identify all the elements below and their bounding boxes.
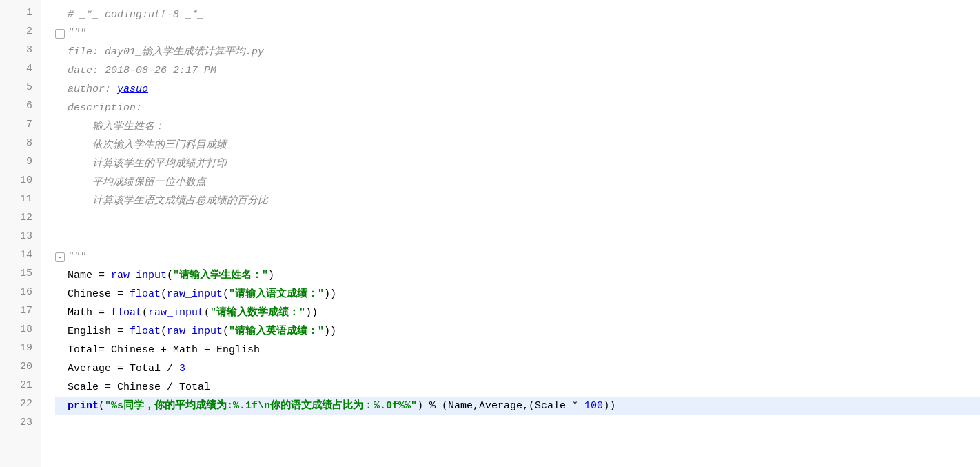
normal-token: )): [603, 397, 615, 415]
string-token: "%s同学，你的平均成绩为:%.1f\n你的语文成绩占比为：%.0f%%": [105, 397, 417, 415]
normal-token: )): [324, 285, 336, 304]
code-line: Average = Total / 3: [55, 359, 980, 378]
line-number: 1: [0, 6, 41, 24]
function-token: float: [111, 304, 142, 322]
line-number: 2: [0, 24, 41, 43]
normal-token: (: [223, 285, 229, 304]
normal-token: Scale = Chinese / Total: [68, 378, 210, 397]
normal-token: )): [324, 322, 336, 341]
line-number: 18: [0, 322, 41, 341]
line-number: 12: [0, 210, 41, 229]
line-number: 4: [0, 61, 41, 80]
code-line: 输入学生姓名：: [55, 117, 980, 136]
code-line: Chinese = float(raw_input("请输入语文成绩：")): [55, 285, 980, 304]
code-area[interactable]: # _*_ coding:utf-8 _*_-"""file: day01_输入…: [41, 0, 980, 467]
comment-token: date: 2018-08-26 2:17 PM: [68, 61, 216, 80]
code-line: # _*_ coding:utf-8 _*_: [55, 6, 980, 24]
normal-token: (: [99, 397, 105, 415]
string-token: "请输入数学成绩：": [210, 304, 305, 322]
code-line: [55, 229, 980, 248]
code-line: 平均成绩保留一位小数点: [55, 173, 980, 192]
code-line: [55, 415, 980, 434]
string-token: "请输入英语成绩：": [229, 322, 324, 341]
string-token: "请输入学生姓名：": [173, 266, 268, 285]
comment-token: """: [68, 24, 86, 43]
code-line: file: day01_输入学生成绩计算平均.py: [55, 43, 980, 61]
function-token: raw_input: [148, 304, 204, 322]
normal-token: Chinese =: [68, 285, 130, 304]
code-line: 计算该学生的平均成绩并打印: [55, 155, 980, 173]
line-number: 16: [0, 285, 41, 304]
number-token: 3: [179, 359, 185, 378]
comment-token: 计算该学生语文成绩占总成绩的百分比: [68, 192, 268, 210]
comment-token: file: day01_输入学生成绩计算平均.py: [68, 43, 264, 61]
print-token: print: [68, 397, 99, 415]
fold-indicator[interactable]: -: [55, 252, 65, 262]
comment-token: author:: [68, 80, 117, 99]
code-line: English = float(raw_input("请输入英语成绩：")): [55, 322, 980, 341]
line-number: 8: [0, 136, 41, 155]
line-number: 7: [0, 117, 41, 136]
comment-token: description:: [68, 99, 142, 117]
function-token: raw_input: [167, 322, 223, 341]
code-line: description:: [55, 99, 980, 117]
normal-token: Name =: [68, 266, 111, 285]
line-number: 13: [0, 229, 41, 248]
normal-token: English =: [68, 322, 130, 341]
line-number: 3: [0, 43, 41, 61]
line-number: 20: [0, 359, 41, 378]
normal-token: Total= Chinese + Math + English: [68, 341, 260, 359]
normal-token: (: [167, 266, 173, 285]
line-number: 21: [0, 378, 41, 397]
code-line: Total= Chinese + Math + English: [55, 341, 980, 359]
code-line: Name = raw_input("请输入学生姓名："): [55, 266, 980, 285]
normal-token: (: [142, 304, 148, 322]
code-editor: 1234567891011121314151617181920212223 # …: [0, 0, 980, 467]
link-token: yasuo: [117, 80, 148, 99]
normal-token: (: [161, 322, 167, 341]
code-line: date: 2018-08-26 2:17 PM: [55, 61, 980, 80]
code-line: 依次输入学生的三门科目成绩: [55, 136, 980, 155]
code-line: author: yasuo: [55, 80, 980, 99]
code-line: print("%s同学，你的平均成绩为:%.1f\n你的语文成绩占比为：%.0f…: [55, 397, 980, 415]
line-number: 22: [0, 397, 41, 415]
comment-token: # _*_ coding:utf-8 _*_: [68, 6, 204, 24]
normal-token: ) % (Name,Average,(Scale *: [417, 397, 584, 415]
normal-token: Average = Total /: [68, 359, 179, 378]
function-token: raw_input: [167, 285, 223, 304]
line-number: 15: [0, 266, 41, 285]
line-numbers: 1234567891011121314151617181920212223: [0, 0, 41, 467]
code-line: Math = float(raw_input("请输入数学成绩：")): [55, 304, 980, 322]
line-number: 19: [0, 341, 41, 359]
normal-token: (: [161, 285, 167, 304]
comment-token: """: [68, 248, 86, 266]
code-line: -""": [55, 248, 980, 266]
normal-token: Math =: [68, 304, 111, 322]
normal-token: )): [305, 304, 318, 322]
comment-token: 计算该学生的平均成绩并打印: [68, 155, 227, 173]
function-token: float: [130, 322, 161, 341]
line-number: 9: [0, 155, 41, 173]
line-number: 11: [0, 192, 41, 210]
code-line: [55, 210, 980, 229]
line-number: 5: [0, 80, 41, 99]
function-token: float: [130, 285, 161, 304]
line-number: 14: [0, 248, 41, 266]
string-token: "请输入语文成绩：": [229, 285, 324, 304]
code-line: Scale = Chinese / Total: [55, 378, 980, 397]
normal-token: ): [268, 266, 274, 285]
fold-indicator[interactable]: -: [55, 29, 65, 39]
line-number: 6: [0, 99, 41, 117]
line-number: 23: [0, 415, 41, 434]
line-number: 17: [0, 304, 41, 322]
comment-token: 平均成绩保留一位小数点: [68, 173, 206, 192]
function-token: raw_input: [111, 266, 167, 285]
comment-token: 输入学生姓名：: [68, 117, 165, 136]
comment-token: 依次输入学生的三门科目成绩: [68, 136, 227, 155]
normal-token: (: [204, 304, 210, 322]
normal-token: (: [223, 322, 229, 341]
number-token: 100: [584, 397, 603, 415]
code-line: 计算该学生语文成绩占总成绩的百分比: [55, 192, 980, 210]
line-number: 10: [0, 173, 41, 192]
code-line: -""": [55, 24, 980, 43]
